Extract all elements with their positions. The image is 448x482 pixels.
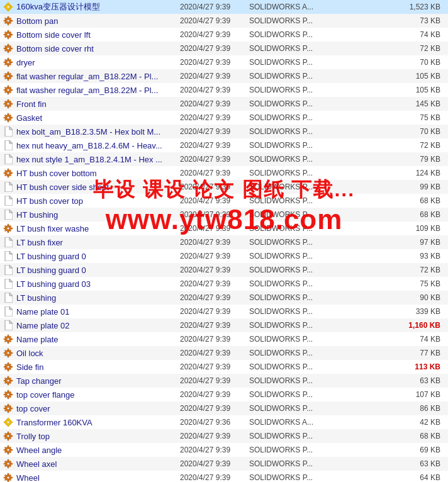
table-row[interactable]: 160kva变压器设计模型 2020/4/27 9:39 SOLIDWORKS … — [0, 0, 448, 14]
file-type: SOLIDWORKS P... — [249, 279, 340, 288]
table-row[interactable]: flat washer regular_am_B18.22M - Pl... 2… — [0, 69, 448, 83]
svg-rect-4 — [4, 6, 6, 8]
svg-rect-31 — [11, 48, 13, 49]
table-row[interactable]: Side fin 2020/4/27 9:39 SOLIDWORKS P... … — [0, 360, 448, 374]
svg-rect-101 — [11, 228, 13, 229]
svg-rect-11 — [11, 20, 13, 21]
svg-point-47 — [7, 75, 9, 77]
table-row[interactable]: Bottom pan 2020/4/27 9:39 SOLIDWORKS P..… — [0, 14, 448, 28]
table-row[interactable]: Bottom side cover lft 2020/4/27 9:39 SOL… — [0, 28, 448, 42]
file-icon — [3, 140, 14, 151]
svg-rect-170 — [4, 422, 6, 423]
file-date: 2020/4/27 9:39 — [180, 113, 249, 122]
svg-point-97 — [7, 227, 9, 230]
table-row[interactable]: HT bush cover side sheet 2020/4/27 9:39 … — [0, 180, 448, 194]
table-row[interactable]: LT bushing guard 03 2020/4/27 9:39 SOLID… — [0, 277, 448, 291]
table-row[interactable]: Gasket 2020/4/27 9:39 SOLIDWORKS P... 75… — [0, 111, 448, 125]
svg-rect-29 — [8, 52, 9, 53]
table-row[interactable]: Wheel 2020/4/27 9:39 SOLIDWORKS P... 64 … — [0, 471, 448, 482]
file-size: 97 KB — [340, 238, 445, 247]
file-icon — [3, 306, 14, 317]
file-type: SOLIDWORKS P... — [249, 16, 340, 25]
file-icon — [3, 209, 14, 220]
file-type: SOLIDWORKS P... — [249, 362, 340, 371]
table-row[interactable]: Oil lock 2020/4/27 9:39 SOLIDWORKS P... … — [0, 346, 448, 360]
table-row[interactable]: hex nut heavy_am_B18.2.4.6M - Heav... 20… — [0, 138, 448, 152]
file-name: Bottom side cover rht — [16, 44, 180, 53]
table-row[interactable]: Trolly top 2020/4/27 9:39 SOLIDWORKS P..… — [0, 429, 448, 443]
table-row[interactable]: Wheel angle 2020/4/27 9:39 SOLIDWORKS P.… — [0, 443, 448, 457]
file-size: 105 KB — [340, 86, 445, 94]
file-size: 93 KB — [340, 252, 445, 261]
table-row[interactable]: hex bolt_am_B18.2.3.5M - Hex bolt M... 2… — [0, 125, 448, 138]
svg-rect-18 — [8, 30, 9, 32]
table-row[interactable]: Transformer 160KVA 2020/4/27 9:36 SOLIDW… — [0, 415, 448, 429]
table-row[interactable]: HT bushing 2020/4/27 9:39 SOLIDWORKS P..… — [0, 208, 448, 221]
file-date: 2020/4/27 9:39 — [180, 169, 249, 177]
file-size: 74 KB — [340, 30, 445, 39]
file-type: SOLIDWORKS P... — [249, 44, 340, 53]
part-icon — [3, 70, 14, 82]
table-row[interactable]: top cover 2020/4/27 9:39 SOLIDWORKS P...… — [0, 401, 448, 415]
part-icon — [3, 361, 14, 373]
file-icon — [3, 126, 14, 137]
table-row[interactable]: Tap changer 2020/4/27 9:39 SOLIDWORKS P.… — [0, 374, 448, 388]
svg-rect-186 — [4, 449, 6, 451]
table-row[interactable]: LT bushing guard 0 2020/4/27 9:39 SOLIDW… — [0, 249, 448, 263]
file-type: SOLIDWORKS P... — [249, 252, 340, 261]
file-type: SOLIDWORKS P... — [249, 86, 340, 94]
file-date: 2020/4/27 9:39 — [180, 390, 249, 399]
svg-point-157 — [7, 407, 9, 410]
file-size: 99 KB — [340, 182, 445, 191]
file-size: 79 KB — [340, 155, 445, 164]
table-row[interactable]: hex nut style 1_am_B18.2.4.1M - Hex ... … — [0, 152, 448, 166]
table-row[interactable]: dryer 2020/4/27 9:39 SOLIDWORKS P... 70 … — [0, 55, 448, 69]
table-row[interactable]: Wheel axel 2020/4/27 9:39 SOLIDWORKS P..… — [0, 457, 448, 471]
table-row[interactable]: LT bushing guard 0 2020/4/27 9:39 SOLIDW… — [0, 263, 448, 277]
svg-rect-118 — [8, 349, 9, 350]
file-name: HT bush cover top — [16, 196, 180, 206]
svg-rect-9 — [8, 24, 9, 26]
svg-rect-195 — [8, 467, 9, 469]
table-row[interactable]: Bottom side cover rht 2020/4/27 9:39 SOL… — [0, 42, 448, 55]
svg-rect-141 — [11, 380, 13, 381]
file-date: 2020/4/27 9:39 — [180, 252, 249, 261]
table-row[interactable]: LT bush fixer 2020/4/27 9:39 SOLIDWORKS … — [0, 235, 448, 249]
file-size: 145 KB — [340, 99, 445, 108]
svg-point-183 — [7, 449, 9, 451]
table-row[interactable]: LT bush fixer washe 2020/4/27 9:39 SOLID… — [0, 221, 448, 235]
svg-rect-80 — [4, 117, 6, 118]
file-type: SOLIDWORKS P... — [249, 196, 340, 205]
table-row[interactable]: LT bushing 2020/4/27 9:39 SOLIDWORKS P..… — [0, 291, 448, 305]
svg-point-117 — [7, 352, 9, 354]
table-row[interactable]: HT bush cover bottom 2020/4/27 9:39 SOLI… — [0, 166, 448, 180]
svg-rect-140 — [4, 380, 6, 381]
table-row[interactable]: Name plate 2020/4/27 9:39 SOLIDWORKS P..… — [0, 332, 448, 346]
file-name: Name plate — [16, 335, 180, 344]
file-name: LT bushing guard 03 — [16, 279, 180, 289]
file-date: 2020/4/27 9:39 — [180, 86, 249, 94]
svg-rect-60 — [4, 89, 6, 91]
table-row[interactable]: HT bush cover top 2020/4/27 9:39 SOLIDWO… — [0, 194, 448, 208]
file-date: 2020/4/27 9:39 — [180, 432, 249, 440]
file-type: SOLIDWORKS P... — [249, 182, 340, 191]
file-name: Name plate 01 — [16, 307, 180, 317]
part-icon — [3, 347, 14, 359]
svg-rect-109 — [8, 342, 9, 344]
file-size: 73 KB — [340, 16, 445, 25]
svg-rect-204 — [8, 473, 9, 475]
file-date: 2020/4/27 9:39 — [180, 3, 249, 11]
file-type: SOLIDWORKS P... — [249, 321, 340, 330]
table-row[interactable]: top cover flange 2020/4/27 9:39 SOLIDWOR… — [0, 388, 448, 401]
svg-rect-49 — [8, 79, 9, 81]
table-row[interactable]: Name plate 02 2020/4/27 9:39 SOLIDWORKS … — [0, 318, 448, 332]
table-row[interactable]: Front fin 2020/4/27 9:39 SOLIDWORKS P...… — [0, 97, 448, 111]
file-size: 72 KB — [340, 266, 445, 274]
file-date: 2020/4/27 9:39 — [180, 224, 249, 233]
file-icon — [3, 278, 14, 289]
file-name: Wheel axel — [16, 459, 180, 469]
table-row[interactable]: Name plate 01 2020/4/27 9:39 SOLIDWORKS … — [0, 305, 448, 318]
file-name: Wheel angle — [16, 446, 180, 455]
table-row[interactable]: flat washer regular_am_B18.22M - Pl... 2… — [0, 83, 448, 97]
file-date: 2020/4/27 9:39 — [180, 473, 249, 482]
